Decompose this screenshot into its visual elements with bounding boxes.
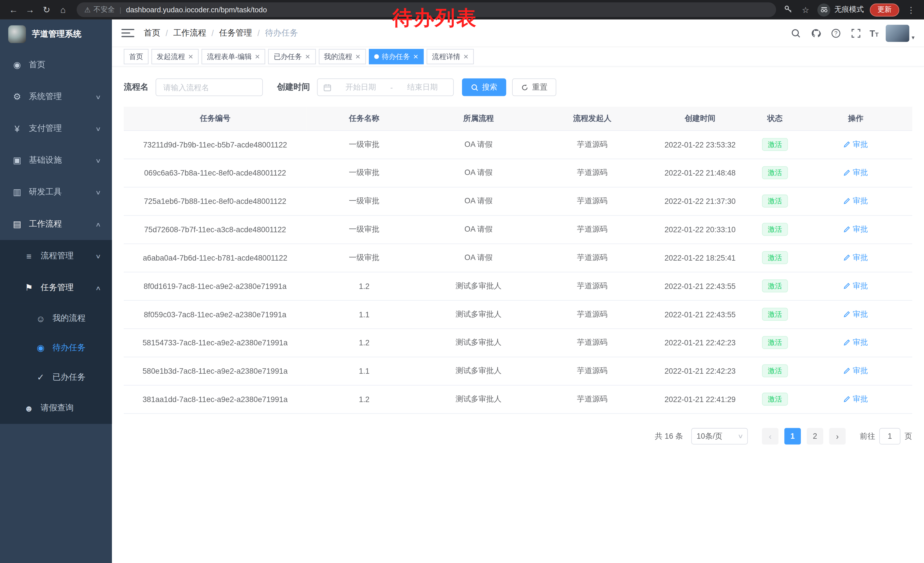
sidebar-item[interactable]: ¥ 支付管理 ∨ [0,113,112,144]
process-name-input[interactable] [155,78,263,96]
approve-link[interactable]: 审批 [843,195,868,206]
tab[interactable]: 流程表单-编辑 ✕ [202,49,266,65]
reload-icon[interactable]: ↻ [39,2,54,18]
initiator-cell: 芋道源码 [535,215,649,243]
sidebar-collapse-icon[interactable] [122,28,134,38]
app-logo[interactable]: 芋道管理系统 [0,20,112,49]
process-cell: 测试多审批人 [422,357,535,385]
sidebar-item[interactable]: ⚑ 任务管理 ∧ [0,272,112,303]
help-icon[interactable]: ? [830,27,842,39]
tab[interactable]: 待办任务 ✕ [369,49,424,65]
chevron-icon: ∨ [95,252,101,259]
created-cell: 2022-01-21 22:41:29 [650,385,751,413]
initiator-cell: 芋道源码 [535,329,649,357]
approve-link[interactable]: 审批 [843,365,868,376]
page-size-select[interactable]: 10条/页 ∨ [691,428,748,444]
edit-icon [843,339,850,346]
tab[interactable]: 流程详情 ✕ [427,49,474,65]
not-secure-warning[interactable]: ⚠ 不安全 [84,5,115,15]
approve-link[interactable]: 审批 [843,394,868,404]
table-row: 73211d9d-7b9b-11ec-b5b7-acde48001122 一级审… [124,130,912,159]
search-button[interactable]: 搜索 [462,78,506,96]
url-text: dashboard.yudao.iocoder.cn/bpm/task/todo [126,6,267,14]
breadcrumb-item[interactable]: 待办任务 / [265,28,298,38]
tab[interactable]: 首页 ✕ [124,49,148,65]
tab[interactable]: 发起流程 ✕ [152,49,199,65]
goto-page-input[interactable] [879,428,900,444]
sidebar-item[interactable]: ▥ 研发工具 ∨ [0,176,112,208]
created-cell: 2022-01-21 22:42:23 [650,329,751,357]
user-menu[interactable]: ▾ [886,24,915,42]
tab-close-icon[interactable]: ✕ [355,53,361,60]
approve-link[interactable]: 审批 [843,337,868,348]
approve-link[interactable]: 审批 [843,281,868,291]
sidebar-item-label: 任务管理 [40,282,74,293]
approve-link[interactable]: 审批 [843,139,868,150]
key-icon[interactable] [782,4,794,15]
action-cell: 审批 [799,159,912,187]
incognito-label: 无痕模式 [834,5,864,15]
edit-icon [843,141,850,148]
create-time-label: 创建时间 [277,82,310,93]
sidebar-item[interactable]: ◉ 首页 [0,49,112,81]
process-cell: OA 请假 [422,130,535,159]
main-area: 首页 / 工作流程 / 任务管理 / [112,20,924,563]
tab-close-icon[interactable]: ✕ [305,53,310,60]
leave-query-icon: ☻ [24,403,34,413]
sidebar-item[interactable]: ✓ 已办任务 [0,363,112,392]
sidebar-item[interactable]: ☺ 我的流程 [0,303,112,333]
start-date-placeholder[interactable]: 开始日期 [336,82,386,93]
end-date-placeholder[interactable]: 结束日期 [398,82,447,93]
action-cell: 审批 [799,357,912,385]
reset-button[interactable]: 重置 [512,78,556,96]
sidebar-item[interactable]: ⚙ 系统管理 ∨ [0,81,112,113]
prev-page-button[interactable]: ‹ [762,428,778,444]
tab-close-icon[interactable]: ✕ [413,53,418,60]
yen-icon: ¥ [12,123,22,134]
status-badge: 激活 [762,194,788,207]
browser-menu-icon[interactable]: ⋮ [905,5,917,14]
sidebar-item[interactable]: ▤ 工作流程 ∧ [0,208,112,240]
fullscreen-icon[interactable] [850,27,862,39]
forward-icon[interactable]: → [22,2,38,18]
home-icon[interactable]: ⌂ [56,2,71,18]
bookmark-star-icon[interactable]: ☆ [800,5,812,14]
sidebar-item[interactable]: ☻ 请假查询 [0,392,112,424]
search-icon[interactable] [789,27,802,39]
tab-close-icon[interactable]: ✕ [188,53,194,60]
tab-close-icon[interactable]: ✕ [463,53,469,60]
created-cell: 2022-01-22 21:48:48 [650,159,751,187]
table-row: 8f059c03-7ac8-11ec-a9e2-a2380e71991a 1.1… [124,300,912,329]
approve-link[interactable]: 审批 [843,224,868,234]
back-icon[interactable]: ← [6,2,21,18]
next-page-button[interactable]: › [829,428,846,444]
status-cell: 激活 [751,243,799,272]
sidebar-item[interactable]: ◉ 待办任务 [0,333,112,363]
created-cell: 2022-01-22 18:25:41 [650,243,751,272]
screen: 待办列表 ← → ↻ ⌂ ⚠ 不安全 | dashboard.yudao.ioc… [0,0,924,563]
sidebar-item[interactable]: ▣ 基础设施 ∨ [0,144,112,176]
sidebar-item-label: 流程管理 [40,251,74,261]
tab[interactable]: 我的流程 ✕ [319,49,366,65]
table-row: 8f0d1619-7ac8-11ec-a9e2-a2380e71991a 1.2… [124,272,912,300]
reset-icon [521,83,529,91]
approve-link[interactable]: 审批 [843,309,868,320]
breadcrumb-item[interactable]: 工作流程 / [173,28,219,38]
chevron-icon: ∨ [95,93,101,100]
tab-close-icon[interactable]: ✕ [255,53,260,60]
tab[interactable]: 已办任务 ✕ [268,49,316,65]
page-number-button[interactable]: 1 [784,428,801,444]
column-header: 所属流程 [422,107,535,130]
breadcrumb-item[interactable]: 首页 / [144,28,173,38]
breadcrumb-item[interactable]: 任务管理 / [219,28,265,38]
approve-link[interactable]: 审批 [843,252,868,263]
task-id-cell: 8f059c03-7ac8-11ec-a9e2-a2380e71991a [124,300,306,329]
font-size-icon[interactable]: TT [870,28,879,38]
page-number-button[interactable]: 2 [807,428,823,444]
github-icon[interactable] [810,27,822,39]
chrome-update-button[interactable]: 更新 [870,3,899,16]
sidebar-item[interactable]: ≡ 流程管理 ∨ [0,240,112,272]
created-cell: 2022-01-21 22:43:55 [650,272,751,300]
date-range-picker[interactable]: 开始日期 - 结束日期 [317,78,454,96]
approve-link[interactable]: 审批 [843,168,868,178]
